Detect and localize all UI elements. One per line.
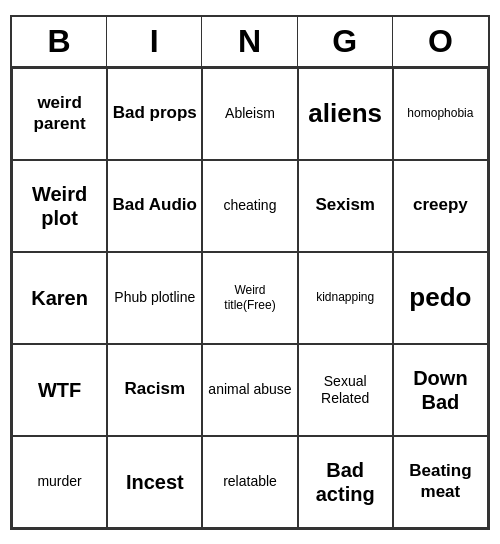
bingo-cell: Sexism (298, 160, 393, 252)
bingo-cell: Karen (12, 252, 107, 344)
bingo-cell: Bad acting (298, 436, 393, 528)
bingo-card: BINGO weird parentBad propsAbleismaliens… (10, 15, 490, 530)
bingo-grid: weird parentBad propsAbleismalienshomoph… (12, 68, 488, 528)
bingo-cell: aliens (298, 68, 393, 160)
bingo-cell: animal abuse (202, 344, 297, 436)
bingo-header: BINGO (12, 17, 488, 68)
bingo-cell: weird parent (12, 68, 107, 160)
header-letter: B (12, 17, 107, 66)
bingo-cell: Sexual Related (298, 344, 393, 436)
bingo-cell: Phub plotline (107, 252, 202, 344)
bingo-cell: creepy (393, 160, 488, 252)
bingo-cell: murder (12, 436, 107, 528)
bingo-cell: Down Bad (393, 344, 488, 436)
bingo-cell: kidnapping (298, 252, 393, 344)
header-letter: O (393, 17, 488, 66)
bingo-cell: pedo (393, 252, 488, 344)
bingo-cell: Weird title(Free) (202, 252, 297, 344)
bingo-cell: Incest (107, 436, 202, 528)
header-letter: I (107, 17, 202, 66)
bingo-cell: WTF (12, 344, 107, 436)
bingo-cell: Bad Audio (107, 160, 202, 252)
bingo-cell: Weird plot (12, 160, 107, 252)
header-letter: G (298, 17, 393, 66)
bingo-cell: Beating meat (393, 436, 488, 528)
header-letter: N (202, 17, 297, 66)
bingo-cell: Bad props (107, 68, 202, 160)
bingo-cell: Racism (107, 344, 202, 436)
bingo-cell: Ableism (202, 68, 297, 160)
bingo-cell: cheating (202, 160, 297, 252)
bingo-cell: homophobia (393, 68, 488, 160)
bingo-cell: relatable (202, 436, 297, 528)
